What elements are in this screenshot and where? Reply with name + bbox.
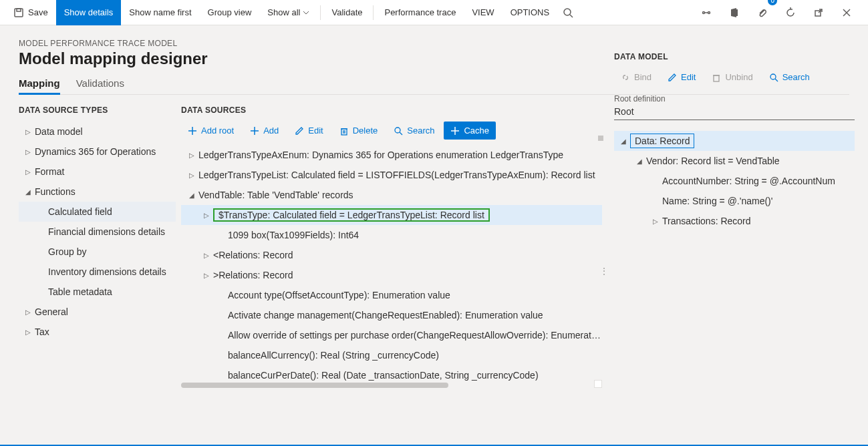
tree-item[interactable]: Name: String = @.'name()' — [614, 191, 855, 211]
refresh-button[interactable] — [780, 0, 801, 25]
validate-button[interactable]: Validate — [323, 0, 370, 25]
tab-validations[interactable]: Validations — [76, 77, 124, 94]
tree-item[interactable]: balanceAllCurrency(): Real (String _curr… — [181, 345, 602, 365]
expand-icon: ▷ — [21, 308, 35, 316]
office-button[interactable] — [724, 0, 745, 25]
close-icon — [841, 7, 852, 18]
tree-item-transtype[interactable]: ▷$TransType: Calculated field = LedgerTr… — [181, 205, 602, 225]
expand-icon: ▷ — [649, 218, 662, 225]
show-all-label: Show all — [267, 7, 300, 17]
section-title: DATA SOURCE TYPES — [19, 105, 176, 115]
show-details-label: Show details — [64, 7, 114, 17]
close-button[interactable] — [836, 0, 857, 25]
col-data-source-types: DATA SOURCE TYPES ▷Data model ▷Dynamics … — [19, 105, 176, 446]
tab-mapping[interactable]: Mapping — [19, 77, 60, 94]
save-button[interactable]: Save — [5, 0, 56, 25]
tree-item-vendtable[interactable]: ◢VendTable: Table 'VendTable' records — [181, 185, 602, 205]
scroll-thumb[interactable] — [181, 383, 448, 388]
add-button[interactable]: Add — [243, 122, 285, 140]
performance-trace-button[interactable]: Performance trace — [376, 0, 464, 25]
show-details-button[interactable]: Show details — [56, 0, 122, 25]
svg-rect-0 — [15, 9, 23, 17]
group-view-button[interactable]: Group view — [200, 0, 260, 25]
tree-item[interactable]: ▷Transactions: Record — [614, 211, 855, 231]
root-definition-field[interactable]: Root — [614, 106, 855, 120]
tree-item[interactable]: ▷Tax — [19, 322, 176, 342]
options-button[interactable]: OPTIONS — [502, 0, 558, 25]
connect-button[interactable] — [696, 0, 717, 25]
scroll-thumb[interactable] — [598, 136, 603, 141]
tree-item[interactable]: Table metadata — [19, 282, 176, 302]
show-name-first-label: Show name first — [129, 7, 191, 17]
svg-line-3 — [570, 15, 573, 17]
section-title: DATA SOURCES — [181, 105, 602, 115]
paperclip-icon — [757, 7, 768, 18]
collapse-icon: ◢ — [617, 138, 630, 145]
tree-item[interactable]: ▷General — [19, 302, 176, 322]
tree-item[interactable]: ▷LedgerTransTypeAxEnum: Dynamics 365 for… — [181, 145, 602, 165]
tree-item[interactable]: Group by — [19, 242, 176, 262]
popout-icon — [813, 7, 824, 18]
data-source-types-tree: ▷Data model ▷Dynamics 365 for Operations… — [19, 122, 176, 342]
search-button[interactable] — [557, 0, 579, 25]
svg-point-21 — [395, 128, 400, 133]
cache-button[interactable]: Cache — [444, 122, 496, 140]
split-handle[interactable]: ⋮ — [599, 266, 609, 276]
badge-count: 0 — [768, 0, 777, 5]
view-button[interactable]: VIEW — [464, 0, 502, 25]
svg-point-5 — [708, 11, 710, 13]
tree-item[interactable]: AccountNumber: String = @.AccountNum — [614, 171, 855, 191]
h-scrollbar[interactable] — [181, 383, 602, 388]
tree-item[interactable]: ▷>Relations: Record — [181, 265, 602, 285]
search-button[interactable]: Search — [762, 68, 817, 86]
popout-button[interactable] — [808, 0, 829, 25]
tree-item[interactable]: Financial dimensions details — [19, 222, 176, 242]
trash-icon — [339, 126, 349, 136]
data-model-actions: Bind Edit Unbind Search — [614, 68, 855, 86]
bind-button[interactable]: Bind — [614, 68, 658, 86]
tree-item-functions[interactable]: ◢Functions — [19, 182, 176, 202]
collapse-icon: ◢ — [21, 188, 35, 196]
col-data-sources: DATA SOURCES Add root Add Edit Delete Se… — [181, 105, 602, 446]
tree-item[interactable]: ▷<Relations: Record — [181, 245, 602, 265]
unbind-button[interactable]: Unbind — [705, 68, 759, 86]
tree-item[interactable]: Account type(OffsetAccountType): Enumera… — [181, 285, 602, 305]
svg-rect-1 — [17, 9, 21, 11]
tree-item[interactable]: 1099 box(Tax1099Fields): Int64 — [181, 225, 602, 245]
show-all-dropdown[interactable]: Show all — [259, 0, 317, 25]
tree-item[interactable]: Inventory dimensions details — [19, 262, 176, 282]
svg-point-4 — [703, 11, 705, 13]
delete-button[interactable]: Delete — [333, 122, 385, 140]
tree-item[interactable]: ▷LedgerTransTypeList: Calculated field =… — [181, 165, 602, 185]
edit-button[interactable]: Edit — [661, 68, 702, 86]
save-icon — [13, 7, 24, 18]
tree-item[interactable]: ▷Dynamics 365 for Operations — [19, 142, 176, 162]
collapse-icon: ◢ — [633, 158, 646, 165]
section-title: DATA MODEL — [614, 52, 855, 61]
expand-icon: ▷ — [200, 252, 213, 259]
pencil-icon — [295, 126, 304, 136]
tree-item[interactable]: ◢Vendor: Record list = VendTable — [614, 151, 855, 171]
data-sources-actions: Add root Add Edit Delete Search Cache — [181, 122, 602, 140]
attachments-button[interactable]: 0 — [752, 0, 773, 25]
tree-item-data[interactable]: ◢Data: Record — [614, 131, 855, 151]
tree-item[interactable]: ▷Format — [19, 162, 176, 182]
search-icon — [769, 73, 778, 82]
focus-box: Data: Record — [630, 134, 694, 148]
pencil-icon — [668, 73, 677, 82]
tree-item[interactable]: Activate change management(ChangeRequest… — [181, 305, 602, 325]
expand-icon: ▷ — [21, 128, 35, 136]
tree-item[interactable]: ▷Data model — [19, 122, 176, 142]
tree-item[interactable]: Allow override of settings per purchase … — [181, 325, 602, 345]
v-scrollbar[interactable] — [598, 136, 603, 141]
add-root-button[interactable]: Add root — [181, 122, 241, 140]
search-button[interactable]: Search — [387, 122, 441, 140]
trash-icon — [712, 73, 721, 82]
edit-button[interactable]: Edit — [288, 122, 329, 140]
svg-rect-25 — [714, 75, 719, 81]
show-name-first-button[interactable]: Show name first — [121, 0, 199, 25]
tree-item-calculated-field[interactable]: Calculated field — [19, 202, 176, 222]
refresh-icon — [785, 7, 796, 18]
office-icon — [729, 7, 740, 18]
svg-line-22 — [400, 132, 402, 135]
